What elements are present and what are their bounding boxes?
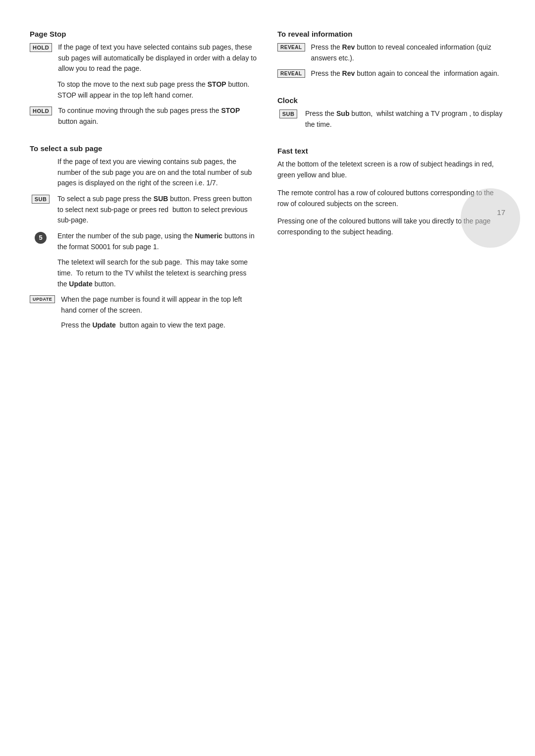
clock-block: SUB Press the Sub button, whilst watchin…	[277, 108, 505, 130]
content-area: Page Stop HOLD If the page of text you h…	[30, 30, 505, 726]
num-block: 5 Enter the number of the sub page, usin…	[30, 231, 258, 252]
hold-icon-2: HOLD	[30, 106, 52, 115]
update-block: UPDATE When the page number is found it …	[30, 294, 258, 330]
sub-icon-1: SUB	[30, 194, 52, 204]
fast-text-title: Fast text	[277, 147, 505, 155]
reveal-block-1: REVEAL Press the Rev button to reveal co…	[277, 42, 505, 63]
clock-text: Press the Sub button, whilst watching a …	[305, 108, 505, 130]
reveal-text-1: Press the Rev button to reveal concealed…	[311, 42, 505, 63]
number-circle: 5	[35, 232, 47, 244]
hold-button-1: HOLD	[30, 43, 52, 52]
reveal-text-2: Press the Rev button again to conceal th…	[311, 68, 505, 79]
hold-button-2: HOLD	[30, 107, 52, 115]
num-icon: 5	[30, 231, 52, 244]
sub-text-1: To select a sub page press the SUB butto…	[57, 194, 258, 226]
reveal-button-2: REVEAL	[277, 69, 305, 78]
sub-button-1: SUB	[32, 195, 50, 204]
reveal-icon-2: REVEAL	[277, 68, 305, 78]
right-column: To reveal information REVEAL Press the R…	[277, 30, 505, 726]
page-stop-title: Page Stop	[30, 30, 258, 38]
search-text: The teletext will search for the sub pag…	[57, 257, 258, 289]
update-button: UPDATE	[30, 295, 55, 303]
sub-block: SUB To select a sub page press the SUB b…	[30, 194, 258, 226]
fast-text-p1: At the bottom of the teletext screen is …	[277, 159, 505, 180]
hold-block-1: HOLD If the page of text you have select…	[30, 42, 258, 74]
reveal-icon-1: REVEAL	[277, 42, 305, 52]
hold-block-2: HOLD To continue moving through the sub …	[30, 106, 258, 127]
hold-text-2: To continue moving through the sub pages…	[58, 106, 258, 127]
num-text: Enter the number of the sub page, using …	[57, 231, 258, 252]
section-sub-page: To select a sub page If the page of text…	[30, 144, 258, 336]
sub-page-title: To select a sub page	[30, 144, 258, 153]
clock-title: Clock	[277, 96, 505, 105]
reveal-title: To reveal information	[277, 30, 505, 38]
sub-page-text1: If the page of text you are viewing cont…	[57, 157, 258, 189]
hold-icon-1: HOLD	[30, 42, 52, 52]
clock-icon: SUB	[277, 108, 299, 118]
hold-text-1: If the page of text you have selected co…	[58, 42, 258, 74]
stop-indent-text: To stop the move to the next sub page pr…	[57, 79, 258, 101]
section-clock: Clock SUB Press the Sub button, whilst w…	[277, 96, 505, 135]
page-wrapper: Page Stop HOLD If the page of text you h…	[0, 0, 535, 756]
reveal-button-1: REVEAL	[277, 43, 305, 52]
section-page-stop: Page Stop HOLD If the page of text you h…	[30, 30, 258, 132]
decorative-circle	[461, 188, 520, 248]
left-column: Page Stop HOLD If the page of text you h…	[30, 30, 258, 726]
update-text: When the page number is found it will ap…	[61, 294, 258, 330]
reveal-block-2: REVEAL Press the Rev button again to con…	[277, 68, 505, 79]
section-reveal: To reveal information REVEAL Press the R…	[277, 30, 505, 84]
sub-button-clock: SUB	[279, 109, 298, 118]
update-icon: UPDATE	[30, 294, 55, 303]
